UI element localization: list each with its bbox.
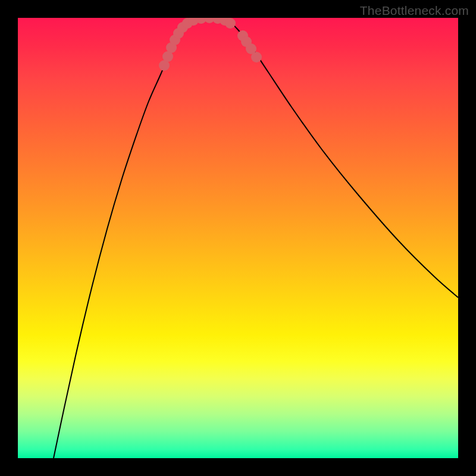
bottleneck-curve (54, 18, 458, 458)
curve-layer (54, 18, 458, 458)
left-markers-dot (225, 18, 236, 29)
bottleneck-curve-chart (18, 18, 458, 458)
watermark-text: TheBottleneck.com (360, 4, 469, 18)
right-markers-dot (251, 52, 262, 62)
marker-layer (159, 18, 262, 71)
